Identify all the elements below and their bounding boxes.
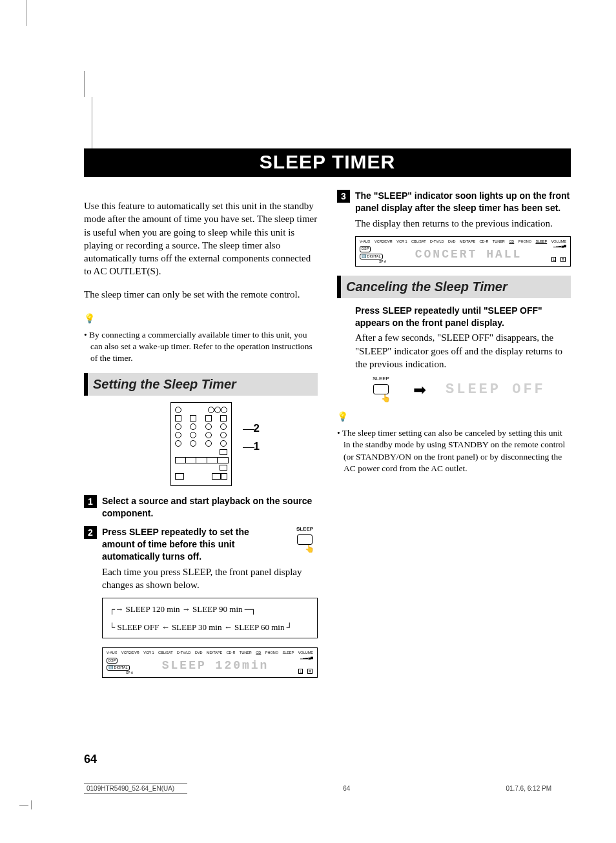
tip-icon: 💡 — [84, 313, 95, 325]
sleep-button-figure: SLEEP 👆 — [292, 526, 318, 563]
r-indicator-2: R — [560, 257, 566, 262]
volume-meter-icon: ▁▂▃▄▅ — [298, 656, 313, 659]
lcd-text-2: CONCERT HALL — [386, 247, 551, 262]
digital-flag-2: 🔟 DIGITAL — [360, 254, 383, 259]
step-1-badge: 1 — [84, 495, 97, 508]
dsp-flag: DSP — [107, 658, 118, 664]
step-2-text: Press SLEEP repeatedly to set the amount… — [102, 526, 318, 591]
lcd-sleep-off: SLEEP OFF — [446, 380, 546, 400]
press-hand-icon: 👆 — [301, 543, 318, 554]
step-3-badge: 3 — [337, 190, 350, 203]
arrow-right-icon: ➡ — [413, 380, 426, 400]
cycle-30: SLEEP 30 min — [172, 622, 222, 632]
cancel-continuation: After a few seconds, "SLEEP OFF" disappe… — [355, 331, 571, 371]
sleep-button-figure-2: SLEEP 👆 — [368, 376, 394, 403]
step-3-bold: The "SLEEP" indicator soon lights up on … — [355, 190, 570, 213]
step-3-text: The "SLEEP" indicator soon lights up on … — [355, 190, 571, 230]
dsp-flag-2: DSP — [360, 246, 371, 252]
sleep-button-label: SLEEP — [296, 526, 313, 532]
setting-heading: Setting the Sleep Timer — [84, 373, 318, 396]
remote-callout-2: 2 — [254, 421, 260, 436]
l-indicator: L — [298, 669, 303, 674]
remote-control-figure — [170, 402, 232, 486]
sleep-cycle-figure: ┌→ SLEEP 120 min → SLEEP 90 min ─┐ └ SLE… — [102, 598, 318, 638]
cycle-90: SLEEP 90 min — [192, 604, 243, 614]
digital-flag: 🔟 DIGITAL — [107, 665, 130, 671]
front-panel-display-1: V-AUX VCR2/DVR VCR 1 CBL/SAT D-TV/LD DVD… — [102, 647, 318, 678]
step-2-bold: Press SLEEP repeatedly to set the amount… — [102, 526, 282, 563]
sleep-button-label-2: SLEEP — [373, 376, 389, 381]
tip-icon-2: 💡 — [337, 411, 348, 423]
intro-tip: By connecting a commercially available t… — [84, 329, 318, 365]
sp-indicator-2: SP A — [379, 259, 386, 264]
cancel-tip: The sleep timer setting can also be canc… — [337, 427, 571, 474]
page-title: SLEEP TIMER — [84, 148, 571, 177]
step-1-text: Select a source and start playback on th… — [102, 495, 318, 520]
cycle-off: SLEEP OFF — [117, 622, 159, 632]
footer-date: 01.7.6, 6:12 PM — [506, 785, 551, 792]
cycle-60: SLEEP 60 min — [234, 622, 285, 632]
r-indicator: R — [307, 669, 313, 674]
l-indicator-2: L — [551, 257, 556, 262]
lcd-text-1: SLEEP 120min — [133, 658, 298, 673]
cycle-120: SLEEP 120 min — [125, 604, 180, 614]
step-2-badge: 2 — [84, 526, 97, 539]
footer-filename: 0109HTR5490_52-64_EN(UA) — [84, 783, 187, 794]
step-2-continuation: Each time you press SLEEP, the front pan… — [102, 565, 318, 592]
sp-indicator: SP A — [126, 671, 133, 675]
step-3-continuation: The display then returns to the previous… — [355, 217, 571, 230]
intro-paragraph-1: Use this feature to automatically set th… — [84, 199, 318, 278]
page-footer: 64 0109HTR5490_52-64_EN(UA) 64 01.7.6, 6… — [84, 753, 571, 794]
cancel-bold: Press SLEEP repeatedly until "SLEEP OFF"… — [355, 305, 571, 329]
press-hand-icon-2: 👆 — [377, 393, 394, 403]
front-panel-display-2: V-AUX VCR2/DVR VCR 1 CBL/SAT D-TV/LD DVD… — [355, 236, 571, 267]
left-column: Use this feature to automatically set th… — [84, 190, 318, 684]
intro-paragraph-2: The sleep timer can only be set with the… — [84, 288, 318, 301]
footer-mid-page: 64 — [343, 785, 350, 792]
remote-callout-1: 1 — [254, 440, 260, 454]
cancel-heading: Canceling the Sleep Timer — [337, 276, 571, 298]
page-number: 64 — [84, 753, 571, 766]
volume-meter-icon-2: ▁▂▃▄▅ — [551, 244, 566, 247]
right-column: 3 The "SLEEP" indicator soon lights up o… — [337, 190, 571, 684]
